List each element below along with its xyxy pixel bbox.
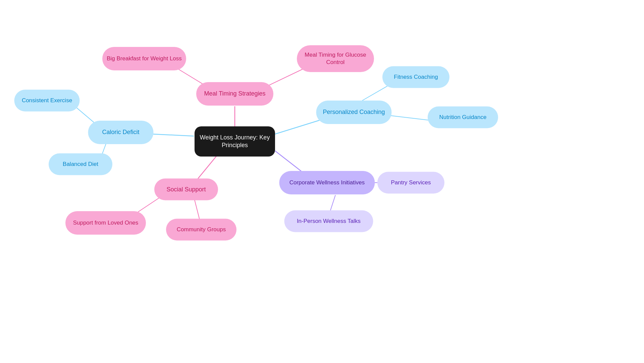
caloric-deficit-node[interactable]: Caloric Deficit — [88, 121, 154, 144]
consistent-exercise-node[interactable]: Consistent Exercise — [14, 90, 80, 112]
social-support-node[interactable]: Social Support — [154, 179, 218, 200]
center-node-label: Weight Loss Journey: Key Principles — [195, 134, 275, 149]
caloric-deficit-label: Caloric Deficit — [101, 128, 141, 136]
support-loved-ones-label: Support from Loved Ones — [72, 219, 140, 227]
fitness-coaching-label: Fitness Coaching — [392, 73, 439, 81]
corporate-wellness-node[interactable]: Corporate Wellness Initiatives — [279, 171, 375, 194]
big-breakfast-node[interactable]: Big Breakfast for Weight Loss — [102, 47, 186, 70]
balanced-diet-label: Balanced Diet — [61, 161, 100, 168]
svg-line-6 — [275, 120, 320, 134]
svg-line-11 — [195, 200, 200, 220]
community-groups-node[interactable]: Community Groups — [166, 219, 236, 241]
personalized-coaching-label: Personalized Coaching — [321, 108, 386, 116]
in-person-wellness-label: In-Person Wellness Talks — [296, 218, 362, 225]
meal-timing-glucose-node[interactable]: Meal Timing for Glucose Control — [297, 45, 374, 72]
community-groups-label: Community Groups — [175, 226, 227, 233]
consistent-exercise-label: Consistent Exercise — [20, 97, 73, 104]
svg-line-8 — [391, 116, 433, 121]
pantry-services-label: Pantry Services — [389, 179, 432, 186]
svg-line-14 — [330, 195, 335, 210]
meal-timing-strategies-label: Meal Timing Strategies — [203, 90, 267, 98]
support-loved-ones-node[interactable]: Support from Loved Ones — [65, 211, 146, 235]
fitness-coaching-node[interactable]: Fitness Coaching — [382, 66, 449, 88]
meal-timing-strategies-node[interactable]: Meal Timing Strategies — [196, 82, 273, 106]
center-node[interactable]: Weight Loss Journey: Key Principles — [195, 126, 275, 157]
nutrition-guidance-node[interactable]: Nutrition Guidance — [428, 107, 498, 128]
svg-line-9 — [198, 154, 218, 179]
svg-line-3 — [153, 134, 194, 136]
pantry-services-node[interactable]: Pantry Services — [377, 172, 444, 194]
nutrition-guidance-label: Nutrition Guidance — [438, 114, 488, 121]
in-person-wellness-node[interactable]: In-Person Wellness Talks — [284, 210, 373, 232]
big-breakfast-label: Big Breakfast for Weight Loss — [105, 55, 183, 62]
balanced-diet-node[interactable]: Balanced Diet — [49, 154, 112, 175]
corporate-wellness-label: Corporate Wellness Initiatives — [288, 179, 366, 186]
meal-timing-glucose-label: Meal Timing for Glucose Control — [297, 51, 374, 66]
personalized-coaching-node[interactable]: Personalized Coaching — [316, 101, 392, 124]
social-support-label: Social Support — [165, 185, 207, 193]
